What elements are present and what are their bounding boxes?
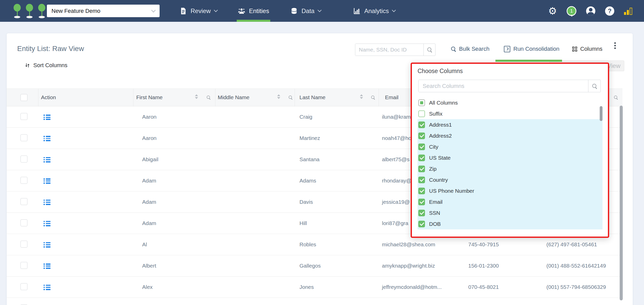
sort-first-name-control[interactable] [195,94,198,99]
first-name-cell: Alex [142,284,153,290]
kebab-menu-icon [614,42,616,44]
row-checkbox[interactable] [20,283,27,290]
column-option-us-phone-number[interactable]: US Phone Number [418,185,603,196]
nav-item-data[interactable]: Data [290,0,321,22]
column-search-button[interactable] [588,80,600,92]
first-name-cell: Albert [142,263,156,269]
row-details-list-icon[interactable] [44,221,50,226]
nav-item-review[interactable]: Review [179,0,217,22]
bulk-search-button[interactable]: Bulk Search [451,46,490,52]
checkbox-checked-icon[interactable] [418,144,425,150]
row-checkbox[interactable] [20,177,27,184]
column-option-city[interactable]: City [418,141,603,152]
nav-item-analytics[interactable]: Analytics [353,0,395,22]
checkbox-checked-icon[interactable] [418,155,425,161]
email-cell: lori87@gra [382,220,408,226]
usage-meter-icon[interactable] [624,7,632,15]
checkbox-checked-icon[interactable] [418,210,425,216]
sort-middle-name-control[interactable] [277,94,280,99]
row-details-list-icon[interactable] [44,285,50,290]
column-header-last-name[interactable]: Last Name [299,94,326,100]
column-header-middle-name[interactable]: Middle Name [218,94,250,100]
phone-cell: (001) 488-552-61642149 [546,263,606,269]
row-details-list-icon[interactable] [44,136,50,141]
row-details-list-icon[interactable] [44,242,50,248]
quick-search-button[interactable] [423,44,435,56]
column-option-ssn[interactable]: SSN [418,207,603,218]
row-details-list-icon[interactable] [44,263,50,269]
checkbox-unchecked-icon[interactable] [418,110,425,117]
checkbox-indeterminate-icon[interactable] [418,99,425,106]
row-details-list-icon[interactable] [44,157,50,162]
row-checkbox[interactable] [20,241,27,248]
column-option-us-state[interactable]: US State [418,152,603,163]
column-option-zip[interactable]: Zip [418,163,603,174]
quick-search-input[interactable] [355,44,423,56]
column-option-address1[interactable]: Address1 [418,119,603,130]
row-details-list-icon[interactable] [44,178,50,184]
email-cell: michael28@shea.com [382,241,435,248]
popup-title: Choose Columns [418,68,463,75]
checkbox-checked-icon[interactable] [418,177,425,183]
filter-search-icon[interactable] [614,95,618,99]
column-option-email[interactable]: Email [418,196,603,207]
filter-search-icon[interactable] [288,95,293,99]
sort-columns-button[interactable]: Sort Columns [25,62,67,69]
checkbox-checked-icon[interactable] [418,221,425,227]
document-icon [179,7,187,15]
column-option-address2[interactable]: Address2 [418,130,603,141]
column-option-label: Address2 [429,133,452,139]
column-option-dob[interactable]: DOB [418,218,603,229]
row-checkbox[interactable] [20,262,27,269]
logo-pin-icon [25,3,34,18]
settings-gear-icon[interactable]: ⚙ [548,6,557,16]
filter-search-icon[interactable] [206,95,211,99]
select-all-checkbox[interactable] [20,94,27,101]
filter-search-icon[interactable] [371,95,375,99]
first-name-cell: Adam [142,178,156,184]
column-option-label: US Phone Number [429,188,474,194]
table-vertical-scrollbar[interactable] [620,106,623,300]
sort-arrows-icon [25,63,30,68]
nav-item-entities[interactable]: Entities [238,0,269,22]
column-header-email[interactable]: Email [385,94,399,100]
app-logo [12,3,51,18]
column-option-country[interactable]: Country [418,174,603,185]
column-header-first-name[interactable]: First Name [136,94,163,100]
row-checkbox[interactable] [20,198,27,205]
run-consolidation-button[interactable]: Run Consolidation [504,46,559,52]
chevron-down-icon [214,8,218,12]
checkbox-checked-icon[interactable] [418,121,425,128]
popup-list-scrollbar[interactable] [600,106,603,121]
checkbox-checked-icon[interactable] [418,166,425,172]
row-checkbox[interactable] [20,134,27,141]
bulk-search-label: Bulk Search [459,46,490,52]
row-details-list-icon[interactable] [44,200,50,205]
nav-item-label: Entities [249,7,269,15]
row-checkbox[interactable] [20,156,27,162]
column-search-input[interactable] [419,80,588,92]
help-icon[interactable]: ? [605,6,614,16]
search-icon [592,84,597,89]
account-avatar-icon[interactable] [586,6,595,16]
sort-last-name-control[interactable] [360,94,363,99]
checkbox-checked-icon[interactable] [418,199,425,205]
column-option-all-columns[interactable]: All Columns [418,97,603,108]
notifications-icon[interactable]: 1 [567,6,576,16]
first-name-cell: Adam [142,220,156,226]
columns-button[interactable]: Columns [572,46,603,52]
chevron-down-icon [317,8,321,12]
email-cell: iluna@kram [382,114,411,120]
row-details-list-icon[interactable] [44,115,50,120]
choose-columns-popup: Choose Columns All Columns Suffix Addres… [411,63,609,238]
table-row-partial [7,298,622,305]
row-checkbox[interactable] [20,113,27,120]
checkbox-checked-icon[interactable] [418,188,425,194]
column-option-suffix[interactable]: Suffix [418,108,603,119]
project-selector-dropdown[interactable]: New Feature Demo [47,5,160,17]
checkbox-checked-icon[interactable] [418,133,425,139]
row-checkbox[interactable] [20,219,27,226]
email-cell: albert75@s [382,156,410,162]
run-icon [504,46,510,52]
column-option-label: Email [429,199,443,205]
